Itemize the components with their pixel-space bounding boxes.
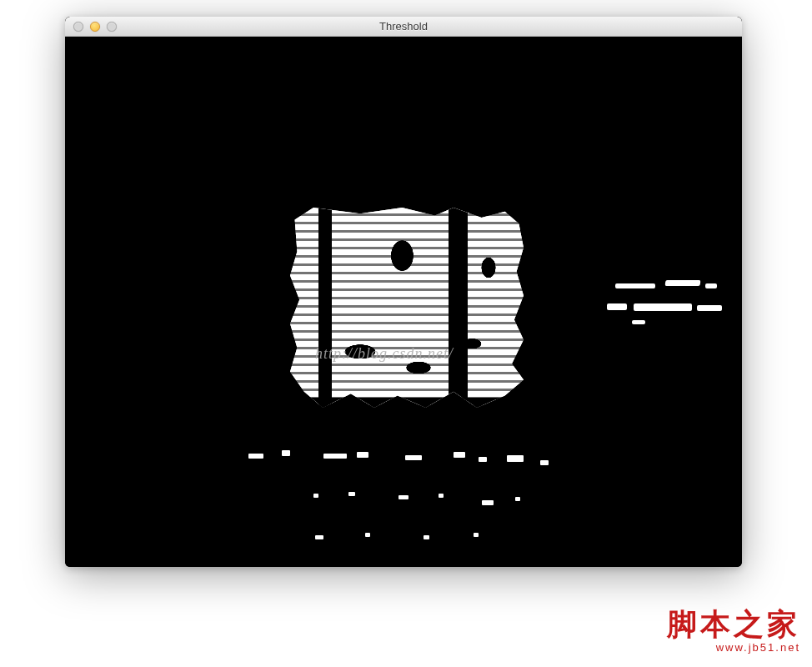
threshold-speck	[357, 452, 368, 458]
threshold-speck	[313, 494, 318, 498]
threshold-speck	[248, 454, 263, 459]
minimize-button[interactable]	[90, 22, 100, 32]
threshold-streak	[634, 303, 692, 311]
threshold-blob-main	[290, 208, 524, 408]
threshold-speck	[323, 454, 347, 459]
threshold-streak	[705, 283, 717, 288]
threshold-image: http://blog.csdn.net/	[65, 37, 742, 567]
threshold-speck	[365, 533, 370, 537]
threshold-streak	[665, 280, 701, 286]
site-watermark: 脚本之家 www.jb51.net	[667, 609, 800, 654]
threshold-speck	[282, 450, 290, 456]
threshold-speck	[348, 492, 355, 496]
threshold-speck	[424, 535, 429, 539]
threshold-speck	[482, 500, 494, 505]
threshold-speck	[454, 452, 465, 458]
threshold-speck	[474, 533, 479, 537]
threshold-streak	[607, 303, 627, 310]
titlebar[interactable]: Threshold	[65, 17, 742, 37]
threshold-speck	[479, 457, 487, 462]
threshold-speck	[515, 497, 520, 501]
maximize-button[interactable]	[107, 22, 117, 32]
window-title: Threshold	[65, 20, 742, 33]
threshold-speck	[315, 535, 323, 539]
threshold-speck	[398, 495, 409, 499]
traffic-lights	[65, 22, 117, 32]
site-watermark-en: www.jb51.net	[667, 642, 800, 654]
app-window: Threshold	[65, 17, 742, 567]
site-watermark-cn: 脚本之家	[667, 609, 800, 641]
close-button[interactable]	[73, 22, 83, 32]
threshold-streak	[615, 283, 655, 288]
threshold-speck	[405, 455, 422, 460]
threshold-streak	[697, 305, 722, 311]
threshold-speck	[540, 460, 549, 465]
image-viewport: http://blog.csdn.net/	[65, 37, 742, 567]
threshold-speck	[507, 455, 524, 462]
threshold-speck	[439, 494, 444, 498]
threshold-streak	[632, 320, 645, 324]
